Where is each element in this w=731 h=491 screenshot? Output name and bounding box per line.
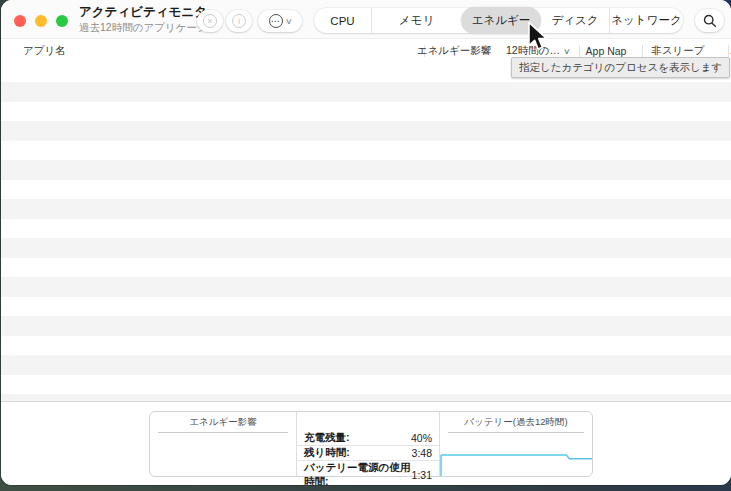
close-button[interactable]	[14, 15, 26, 27]
battery-chart-panel: バッテリー(過去12時間)	[439, 412, 592, 476]
desktop-background: アクティビティモニタ 過去12時間のアプリケーシ… × i ⋯ ∨ CPU メモ…	[0, 0, 731, 491]
energy-impact-header: エネルギー影響	[150, 416, 296, 429]
zoom-button[interactable]	[56, 15, 68, 27]
battery-level-chart	[440, 431, 592, 476]
stat-value: 40%	[411, 432, 432, 444]
search-icon	[703, 14, 717, 28]
column-divider	[642, 45, 643, 57]
stat-value: 1:31	[412, 469, 432, 481]
more-options-button[interactable]: ⋯ ∨	[258, 10, 302, 32]
stat-row-time-remaining: 残り時間: 3:48	[297, 446, 439, 461]
mouse-cursor-arrow	[526, 21, 550, 52]
quit-process-icon: ×	[203, 14, 217, 28]
stat-row-charge: 充電残量: 40%	[297, 431, 439, 446]
quit-process-button[interactable]: ×	[197, 10, 223, 32]
column-header-energy-impact[interactable]: エネルギー影響	[417, 39, 491, 63]
process-table-body	[1, 63, 731, 401]
inspect-process-button[interactable]: i	[226, 10, 252, 32]
category-segmented-control: CPU メモリ エネルギー ディスク ネットワーク	[314, 8, 683, 33]
stat-label: 充電残量:	[304, 431, 350, 445]
tab-network[interactable]: ネットワーク	[609, 8, 683, 33]
column-divider	[728, 45, 729, 57]
footer: エネルギー影響 充電残量: 40% 残り時間: 3:48	[1, 402, 731, 485]
activity-monitor-window: アクティビティモニタ 過去12時間のアプリケーシ… × i ⋯ ∨ CPU メモ…	[1, 0, 731, 485]
inspect-icon: i	[232, 14, 246, 28]
battery-stats-panel: 充電残量: 40% 残り時間: 3:48 バッテリー電源の使用時間: 1:31	[296, 412, 439, 476]
search-button[interactable]	[695, 9, 724, 32]
chevron-down-icon: ∨	[285, 17, 293, 26]
tab-disk[interactable]: ディスク	[541, 8, 609, 33]
stat-value: 3:48	[412, 447, 432, 459]
header-underline	[158, 432, 288, 433]
tab-memory[interactable]: メモリ	[371, 8, 461, 33]
battery-line-chart-svg	[440, 431, 592, 476]
stat-label: 残り時間:	[304, 446, 350, 460]
minimize-button[interactable]	[35, 15, 47, 27]
more-options-icon: ⋯	[269, 14, 283, 28]
toolbar: アクティビティモニタ 過去12時間のアプリケーシ… × i ⋯ ∨ CPU メモ…	[1, 0, 731, 38]
stat-row-time-on-battery: バッテリー電源の使用時間: 1:31	[297, 461, 439, 485]
tooltip: 指定したカテゴリのプロセスを表示します	[511, 57, 730, 78]
stat-label: バッテリー電源の使用時間:	[304, 461, 412, 485]
tab-cpu[interactable]: CPU	[314, 8, 371, 33]
column-divider	[579, 45, 580, 57]
energy-summary-panel: エネルギー影響 充電残量: 40% 残り時間: 3:48	[149, 411, 593, 477]
column-header-app-name[interactable]: アプリ名	[23, 39, 66, 63]
battery-chart-header: バッテリー(過去12時間)	[440, 416, 592, 429]
battery-stats-rows: 充電残量: 40% 残り時間: 3:48 バッテリー電源の使用時間: 1:31	[297, 431, 439, 476]
energy-impact-panel: エネルギー影響	[150, 412, 296, 476]
sort-chevron-down-icon: ∨	[563, 47, 571, 56]
